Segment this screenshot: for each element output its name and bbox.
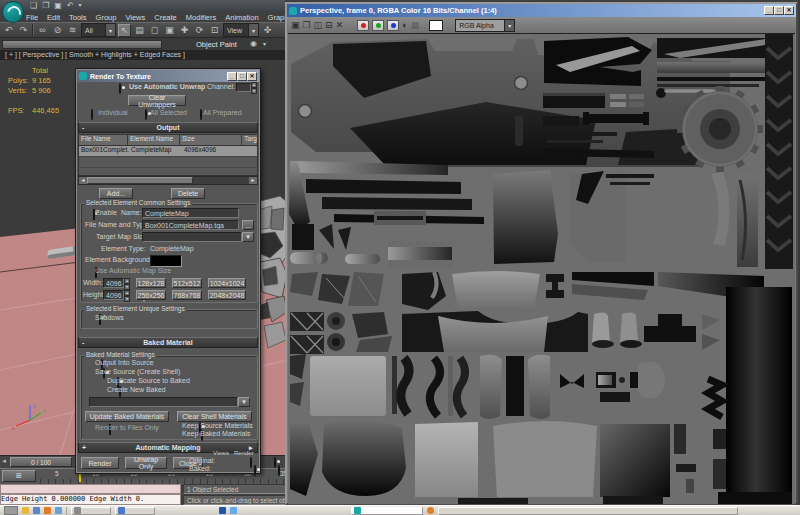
output-rollout[interactable]: - Output (78, 122, 258, 133)
size-1024-button[interactable]: 1024x1024 (208, 278, 246, 288)
taskbar-button[interactable] (115, 507, 155, 515)
green-channel-button[interactable] (372, 20, 384, 31)
maxscript-mini-listener[interactable] (0, 484, 181, 494)
clone-window-icon[interactable]: ◫ (314, 19, 323, 31)
menu-group[interactable]: Group (96, 13, 117, 22)
views-original-radio[interactable] (250, 457, 252, 468)
alpha-channel-icon[interactable]: ▦ (411, 19, 420, 31)
copy-image-icon[interactable]: ❐ (303, 19, 311, 31)
tray-icon[interactable] (219, 507, 226, 514)
select-manipulate-icon[interactable]: ✜ (261, 24, 274, 37)
chevron-down-icon[interactable]: ▾ (263, 40, 266, 47)
dialog-title-bar[interactable]: Render To Texture _ □ ✕ (77, 70, 259, 82)
chevron-down-icon[interactable]: ▾ (79, 0, 82, 11)
channel-spinner[interactable]: ▴▾ (251, 82, 257, 92)
height-spinner[interactable]: ▴▾ (124, 290, 130, 300)
automatic-mapping-rollout[interactable]: + Automatic Mapping ▸ (78, 442, 258, 453)
minimize-icon[interactable]: _ (227, 72, 237, 81)
name-field[interactable]: CompleteMap (142, 208, 239, 218)
views-baked-radio[interactable] (254, 465, 256, 476)
height-field[interactable]: 4096 (103, 290, 124, 300)
selection-filter-dropdown[interactable]: All ▾ (81, 23, 116, 37)
unwrap-only-button[interactable]: Unwrap Only (125, 457, 167, 469)
quicklaunch-icon[interactable] (44, 507, 51, 514)
baked-material-dropdown[interactable] (89, 397, 238, 407)
add-button[interactable]: Add... (99, 188, 133, 199)
render-original-radio[interactable] (274, 457, 276, 468)
monochrome-icon[interactable]: ◐ (402, 19, 407, 31)
file-type-field[interactable]: Box001CompleteMap.tga (142, 220, 239, 230)
minimize-icon[interactable]: _ (764, 6, 774, 15)
print-image-icon[interactable]: ⊟ (325, 19, 333, 31)
trackbar-mode-button[interactable]: ⊞ (2, 470, 36, 482)
table-row[interactable]: Box001Complet... CompleteMap 4096x4096 (79, 146, 257, 157)
maximize-icon[interactable]: □ (237, 72, 247, 81)
target-slot-arrow[interactable]: ▾ (242, 232, 254, 242)
width-field[interactable]: 4096 (103, 278, 124, 288)
window-crossing-icon[interactable]: ▣ (163, 24, 176, 37)
tray-icon[interactable] (230, 507, 237, 514)
quicklaunch-icon[interactable] (22, 507, 29, 514)
quicklaunch-icon[interactable] (55, 507, 62, 514)
individual-radio[interactable] (91, 109, 93, 120)
scroll-left-icon[interactable]: ◄ (79, 177, 87, 184)
selection-region-icon[interactable]: ◻ (148, 24, 161, 37)
size-256-button[interactable]: 256x256 (136, 290, 166, 300)
ref-coord-dropdown[interactable]: View ▾ (223, 23, 259, 37)
new-file-icon[interactable]: ❏ (30, 0, 37, 11)
size-512-button[interactable]: 512x512 (172, 278, 202, 288)
baked-dropdown-arrow[interactable]: ▾ (238, 397, 250, 407)
width-spinner[interactable]: ▴▾ (124, 278, 130, 288)
use-auto-unwrap-radio[interactable] (119, 83, 121, 94)
render-button[interactable]: Render (81, 457, 119, 469)
size-2048-button[interactable]: 2048x2048 (208, 290, 246, 300)
size-128-button[interactable]: 128x128 (136, 278, 166, 288)
menu-modifiers[interactable]: Modifiers (186, 13, 216, 22)
tray-icon[interactable] (427, 507, 434, 514)
bind-spacewarp-icon[interactable]: ≋ (66, 24, 79, 37)
scroll-right-icon[interactable]: ► (249, 177, 257, 184)
render-baked-radio[interactable] (278, 465, 280, 476)
channel-field[interactable] (236, 83, 251, 92)
show-desktop-button[interactable] (4, 506, 18, 515)
output-table[interactable]: File Name Element Name Size Targ Box001C… (78, 134, 258, 176)
select-by-name-icon[interactable]: ▤ (133, 24, 146, 37)
all-selected-radio[interactable] (145, 109, 147, 120)
time-slider[interactable]: 0 / 100 (10, 457, 72, 467)
save-image-icon[interactable]: ▣ (291, 19, 300, 31)
update-baked-button[interactable]: Update Baked Materials (85, 411, 169, 422)
quicklaunch-icon[interactable] (33, 507, 40, 514)
size-768-button[interactable]: 768x768 (172, 290, 202, 300)
unlink-icon[interactable]: ⊘ (51, 24, 64, 37)
close-icon[interactable]: ✕ (247, 72, 257, 81)
select-scale-icon[interactable]: ⊡ (208, 24, 221, 37)
menu-views[interactable]: Views (125, 13, 145, 22)
table-scrollbar[interactable]: ◄ ► (78, 176, 258, 185)
app-button[interactable] (2, 1, 24, 23)
channel-display-dropdown[interactable]: RGB Alpha ▾ (455, 19, 515, 32)
delete-button[interactable]: Delete (171, 188, 205, 199)
select-move-icon[interactable]: ✚ (178, 24, 191, 37)
select-link-icon[interactable]: ∞ (36, 24, 49, 37)
menu-tools[interactable]: Tools (69, 13, 87, 22)
clear-image-icon[interactable]: ✕ (336, 19, 344, 31)
clear-shell-button[interactable]: Clear Shell Materials (177, 411, 252, 422)
background-swatch[interactable] (150, 255, 182, 267)
open-file-icon[interactable]: ❐ (42, 0, 49, 11)
browse-button[interactable]: ... (242, 220, 254, 230)
all-prepared-radio[interactable] (200, 109, 202, 120)
menu-file[interactable]: File (26, 13, 38, 22)
slider-left-arrow[interactable]: ◄ (1, 458, 7, 464)
save-icon[interactable]: ▣ (54, 0, 62, 11)
taskbar-button[interactable] (71, 507, 111, 515)
select-object-icon[interactable]: ↖ (118, 24, 131, 37)
viewport-label[interactable]: [ + ] [ Perspective ] [ Smooth + Highlig… (0, 50, 285, 60)
maximize-icon[interactable]: □ (774, 6, 784, 15)
scrollbar-thumb[interactable] (87, 177, 193, 184)
tab-object-paint[interactable]: Object Paint (196, 40, 237, 49)
taskbar-button-3dsmax-active[interactable] (351, 507, 423, 515)
red-channel-button[interactable] (357, 20, 369, 31)
close-icon[interactable]: ✕ (784, 6, 794, 15)
blue-channel-button[interactable] (387, 20, 399, 31)
target-slot-dropdown[interactable] (142, 232, 242, 242)
